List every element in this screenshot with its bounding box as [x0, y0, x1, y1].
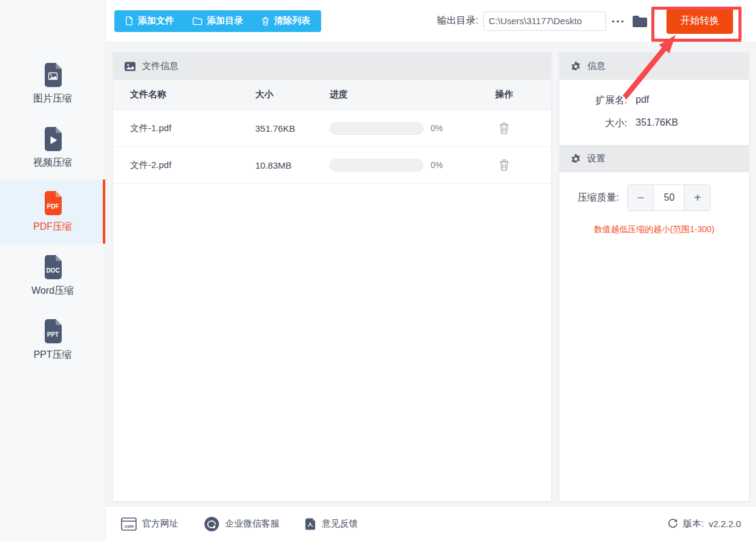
pdf-badge-text: PDF	[47, 203, 59, 210]
progress-value: 0%	[431, 160, 443, 170]
sidebar-item-label: 图片压缩	[33, 92, 72, 105]
sidebar-item-word-compress[interactable]: DOC Word压缩	[0, 244, 105, 308]
sidebar-item-label: Word压缩	[31, 285, 74, 297]
file-size: 10.83MB	[255, 160, 330, 170]
trash-icon	[498, 158, 510, 172]
column-header-size: 大小	[255, 89, 330, 100]
open-folder-button[interactable]	[631, 14, 648, 28]
clear-list-label: 清除列表	[274, 15, 310, 27]
table-header: 文件名称 大小 进度 操作	[113, 80, 551, 110]
extension-label: 扩展名:	[559, 94, 627, 107]
sidebar-item-label: 视频压缩	[33, 157, 72, 169]
sidebar-item-ppt-compress[interactable]: PPT PPT压缩	[0, 308, 105, 372]
image-file-icon	[39, 62, 66, 88]
add-file-button[interactable]: 添加文件	[125, 15, 174, 27]
video-file-icon	[39, 126, 66, 152]
delete-file-button[interactable]	[498, 158, 510, 172]
column-header-progress: 进度	[330, 89, 457, 100]
add-file-label: 添加文件	[138, 15, 174, 27]
info-section-title: 信息	[587, 60, 605, 72]
version-info[interactable]: 版本: v2.2.2.0	[668, 518, 741, 530]
doc-badge-text: DOC	[46, 267, 59, 274]
feedback-link[interactable]: 意见反馈	[305, 516, 358, 532]
settings-section-title: 设置	[587, 153, 605, 164]
sidebar: 图片压缩 视频压缩 PDF PDF压缩 DOC Word	[0, 0, 106, 541]
feedback-icon	[305, 517, 316, 531]
info-section-body: 扩展名: pdf 大小: 351.76KB	[559, 80, 749, 145]
wechat-support-link[interactable]: 企业微信客服	[204, 516, 279, 532]
wechat-support-label: 企业微信客服	[225, 518, 279, 530]
refresh-icon	[668, 519, 678, 529]
browse-ellipsis-button[interactable]: ···	[611, 15, 625, 27]
extension-value: pdf	[636, 94, 649, 107]
add-directory-button[interactable]: 添加目录	[192, 15, 243, 27]
doc-file-icon: DOC	[39, 254, 66, 280]
ppt-file-icon: PPT	[39, 318, 66, 345]
table-row: 文件-2.pdf 10.83MB 0%	[113, 147, 551, 184]
settings-section-header: 设置	[559, 145, 749, 172]
trash-icon	[261, 16, 270, 26]
file-name: 文件-2.pdf	[113, 160, 255, 171]
official-website-label: 官方网址	[142, 518, 178, 530]
version-label: 版本:	[683, 518, 703, 530]
start-convert-button[interactable]: 开始转换	[666, 8, 733, 34]
side-info-panel: 信息 扩展名: pdf 大小: 351.76KB 设置 压缩质量: − 50 +…	[559, 53, 749, 501]
quality-hint-text: 数值越低压缩的越小(范围1-300)	[559, 224, 749, 235]
quality-value[interactable]: 50	[654, 185, 684, 210]
output-directory-group: 输出目录: ··· 开始转换	[437, 8, 733, 34]
clear-list-button[interactable]: 清除列表	[261, 15, 310, 27]
file-info-panel-header: 文件信息	[113, 53, 551, 80]
sidebar-item-label: PDF压缩	[33, 221, 72, 233]
file-info-panel-title: 文件信息	[142, 60, 178, 72]
column-header-action: 操作	[457, 89, 551, 100]
settings-section-body: 压缩质量: − 50 + 数值越低压缩的越小(范围1-300)	[559, 172, 749, 235]
progress-bar	[330, 159, 423, 172]
file-size: 351.76KB	[255, 123, 330, 134]
svg-text:.com: .com	[124, 524, 134, 528]
folder-icon	[631, 14, 648, 28]
sidebar-item-label: PPT压缩	[33, 349, 71, 361]
quality-increase-button[interactable]: +	[684, 185, 710, 210]
file-info-panel: 文件信息 文件名称 大小 进度 操作 文件-1.pdf 351.76KB 0% …	[113, 53, 551, 501]
website-icon: .com	[121, 517, 137, 531]
column-header-filename: 文件名称	[113, 89, 255, 100]
gear-icon	[570, 154, 581, 164]
official-website-link[interactable]: .com 官方网址	[121, 516, 178, 532]
trash-icon	[498, 121, 510, 135]
ppt-badge-text: PPT	[47, 331, 59, 338]
footer-bar: .com 官方网址 企业微信客服 意见反馈 版本: v2.	[106, 506, 756, 541]
output-directory-label: 输出目录:	[437, 15, 478, 27]
sidebar-item-pdf-compress[interactable]: PDF PDF压缩	[0, 180, 105, 244]
folder-icon	[192, 16, 203, 25]
progress-bar	[330, 122, 423, 135]
progress-value: 0%	[431, 123, 443, 133]
add-directory-label: 添加目录	[207, 15, 243, 27]
info-section-header: 信息	[559, 53, 749, 80]
sidebar-item-image-compress[interactable]: 图片压缩	[0, 51, 105, 115]
top-toolbar: 添加文件 添加目录 清除列表 输出目录: ··· 开始转换	[106, 0, 756, 42]
table-row: 文件-1.pdf 351.76KB 0%	[113, 110, 551, 147]
toolbar-button-group: 添加文件 添加目录 清除列表	[114, 10, 321, 32]
picture-icon	[124, 60, 136, 73]
version-value: v2.2.2.0	[709, 519, 741, 529]
gear-icon	[570, 61, 581, 72]
size-label: 大小:	[559, 117, 627, 130]
pdf-file-icon: PDF	[39, 190, 66, 216]
output-directory-input[interactable]	[483, 11, 606, 31]
feedback-label: 意见反馈	[322, 518, 358, 530]
delete-file-button[interactable]	[498, 121, 510, 135]
quantity-stepper: − 50 +	[627, 184, 711, 211]
wechat-icon	[204, 516, 220, 532]
file-name: 文件-1.pdf	[113, 123, 255, 134]
size-value: 351.76KB	[636, 117, 678, 130]
file-icon	[125, 16, 134, 26]
sidebar-item-video-compress[interactable]: 视频压缩	[0, 115, 105, 180]
quality-decrease-button[interactable]: −	[628, 185, 654, 210]
quality-label: 压缩质量:	[578, 192, 619, 204]
